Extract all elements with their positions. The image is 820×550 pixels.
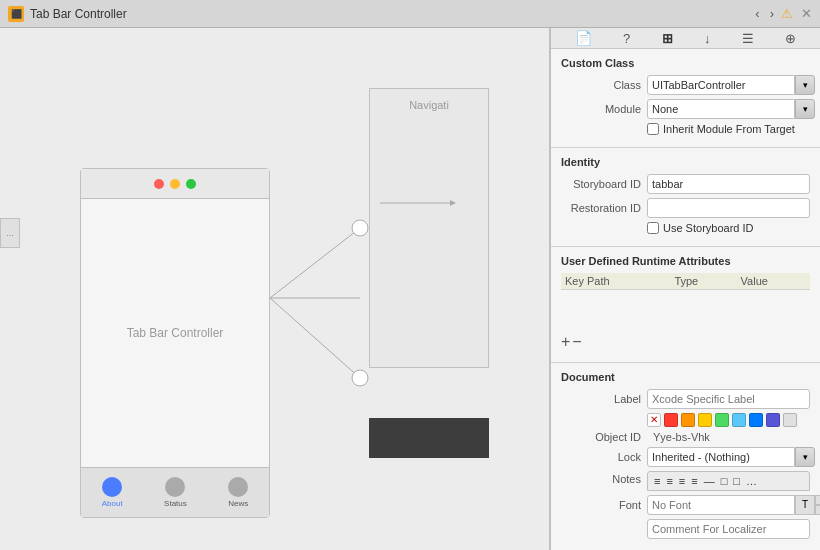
tab-icon-about <box>102 477 122 497</box>
swatch-green[interactable] <box>715 413 729 427</box>
document-label-label: Label <box>561 393 641 405</box>
device-body: Tab Bar Controller <box>81 199 269 467</box>
svg-point-5 <box>352 220 368 236</box>
attr-table: Key Path Type Value <box>561 273 810 330</box>
add-attribute-button[interactable]: + <box>561 334 570 350</box>
document-label-input[interactable] <box>647 389 810 409</box>
module-input[interactable] <box>647 99 795 119</box>
storyboard-id-input[interactable] <box>647 174 810 194</box>
swatch-gray[interactable] <box>783 413 797 427</box>
font-type-btn[interactable]: T <box>795 495 815 515</box>
dot-red <box>154 179 164 189</box>
device-tab-bar: About Status News <box>81 467 269 517</box>
font-input-group: T ▲ ▼ <box>647 495 820 515</box>
class-dropdown-btn[interactable]: ▾ <box>795 75 815 95</box>
swatch-orange[interactable] <box>681 413 695 427</box>
add-remove-row: + − <box>561 330 810 354</box>
font-stepper: ▲ ▼ <box>815 495 820 515</box>
svg-line-2 <box>270 298 360 378</box>
comment-row <box>561 519 810 539</box>
inherit-module-label: Inherit Module From Target <box>663 123 795 135</box>
swatch-yellow[interactable] <box>698 413 712 427</box>
notes-align-center[interactable]: ≡ <box>664 474 674 488</box>
tab-item-status: Status <box>164 477 187 508</box>
nav-dark-bar <box>369 418 489 458</box>
device-header <box>81 169 269 199</box>
nav-placeholder: Navigati <box>369 88 489 368</box>
panel-icon-help[interactable]: ? <box>619 29 634 48</box>
title-nav: ‹ › ⚠ ✕ <box>752 6 812 21</box>
swatch-red[interactable] <box>664 413 678 427</box>
inherit-module-checkbox[interactable] <box>647 123 659 135</box>
notes-align-right[interactable]: ≡ <box>677 474 687 488</box>
tab-label-about: About <box>102 499 123 508</box>
notes-row: Notes ≡ ≡ ≡ ≡ — □ □ … <box>561 471 810 491</box>
module-dropdown-btn[interactable]: ▾ <box>795 99 815 119</box>
nav-back-button[interactable]: ‹ <box>752 6 762 21</box>
remove-attribute-button[interactable]: − <box>572 334 581 350</box>
panel-icon-attributes[interactable]: ↓ <box>700 29 715 48</box>
lock-input[interactable] <box>647 447 795 467</box>
class-label: Class <box>561 79 641 91</box>
close-icon[interactable]: ✕ <box>801 6 812 21</box>
lock-input-group: ▾ <box>647 447 815 467</box>
custom-class-section: Custom Class Class ▾ Module ▾ Inherit Mo… <box>551 49 820 148</box>
use-storyboard-label: Use Storyboard ID <box>663 222 753 234</box>
col-value: Value <box>737 273 810 290</box>
swatch-blue[interactable] <box>749 413 763 427</box>
class-input-group: ▾ <box>647 75 815 95</box>
swatch-none[interactable]: ✕ <box>647 413 661 427</box>
panel-icon-size[interactable]: ☰ <box>738 29 758 48</box>
svg-line-0 <box>270 228 360 298</box>
document-title: Document <box>561 371 810 383</box>
inherit-module-row: Inherit Module From Target <box>647 123 810 135</box>
notes-more[interactable]: … <box>744 474 759 488</box>
notes-align-left[interactable]: ≡ <box>652 474 662 488</box>
swatch-lightblue[interactable] <box>732 413 746 427</box>
font-stepper-down[interactable]: ▼ <box>815 505 820 515</box>
tab-item-about: About <box>102 477 123 508</box>
storyboard-canvas[interactable]: Tab Bar Controller About Status News Nav <box>0 28 549 550</box>
dot-yellow <box>170 179 180 189</box>
svg-point-6 <box>352 370 368 386</box>
class-input[interactable] <box>647 75 795 95</box>
restoration-id-label: Restoration ID <box>561 202 641 214</box>
font-input[interactable] <box>647 495 795 515</box>
module-row: Module ▾ <box>561 99 810 119</box>
swatch-purple[interactable] <box>766 413 780 427</box>
font-stepper-up[interactable]: ▲ <box>815 495 820 505</box>
col-key-path: Key Path <box>561 273 670 290</box>
panel-icon-file[interactable]: 📄 <box>571 28 596 48</box>
device-frame: Tab Bar Controller About Status News <box>80 168 270 518</box>
notes-box1[interactable]: □ <box>719 474 730 488</box>
notes-dash[interactable]: — <box>702 474 717 488</box>
notes-container: ≡ ≡ ≡ ≡ — □ □ … <box>647 471 810 491</box>
tab-icon-status <box>165 477 185 497</box>
panel-icon-identity[interactable]: ⊞ <box>658 29 677 48</box>
device-body-label: Tab Bar Controller <box>127 326 224 340</box>
lock-label: Lock <box>561 451 641 463</box>
lock-dropdown-btn[interactable]: ▾ <box>795 447 815 467</box>
col-type: Type <box>670 273 736 290</box>
object-id-value: Yye-bs-Vhk <box>653 431 710 443</box>
dot-green <box>186 179 196 189</box>
tab-label-news: News <box>228 499 248 508</box>
comment-input[interactable] <box>647 519 810 539</box>
lock-row: Lock ▾ <box>561 447 810 467</box>
tab-icon-news <box>228 477 248 497</box>
font-label: Font <box>561 499 641 511</box>
panel-icon-connections[interactable]: ⊕ <box>781 29 800 48</box>
font-btn-group: T ▲ ▼ <box>795 495 820 515</box>
notes-justify[interactable]: ≡ <box>689 474 699 488</box>
restoration-id-input[interactable] <box>647 198 810 218</box>
right-panel: 📄 ? ⊞ ↓ ☰ ⊕ Custom Class Class ▾ Module <box>550 28 820 550</box>
warning-icon: ⚠ <box>781 6 793 21</box>
notes-toolbar: ≡ ≡ ≡ ≡ — □ □ … <box>647 471 810 491</box>
use-storyboard-row: Use Storyboard ID <box>647 222 810 234</box>
notes-box2[interactable]: □ <box>731 474 742 488</box>
attr-table-empty-row <box>561 290 810 330</box>
main-content: Tab Bar Controller About Status News Nav <box>0 28 820 550</box>
use-storyboard-checkbox[interactable] <box>647 222 659 234</box>
nav-forward-button[interactable]: › <box>767 6 777 21</box>
custom-class-title: Custom Class <box>561 57 810 69</box>
